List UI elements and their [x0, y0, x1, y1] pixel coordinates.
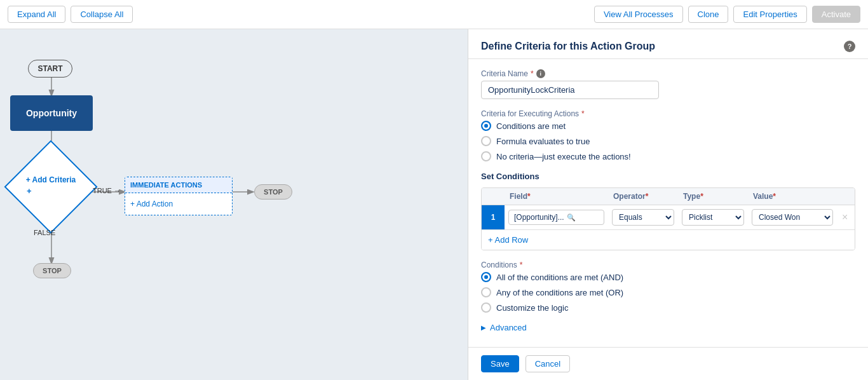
- conditions-required: *: [520, 261, 523, 269]
- toolbar-right: View All Processes Clone Edit Properties…: [594, 6, 860, 23]
- immediate-actions-header: IMMEDIATE ACTIONS: [125, 177, 232, 193]
- radio-conditions-met-circle: [481, 121, 491, 131]
- criteria-name-info-icon[interactable]: i: [536, 69, 545, 78]
- panel-footer: Save Cancel: [468, 347, 868, 380]
- conditions-radio-group: All of the conditions are met (AND) Any …: [481, 272, 855, 313]
- view-all-processes-button[interactable]: View All Processes: [594, 6, 683, 23]
- clone-button[interactable]: Clone: [688, 6, 729, 23]
- value-required: *: [773, 192, 776, 201]
- radio-conditions-met[interactable]: Conditions are met: [481, 121, 855, 131]
- operator-cell: Equals Not Equal To Greater Than Less Th…: [608, 207, 678, 228]
- operator-required: *: [646, 192, 649, 201]
- row-number: 1: [482, 205, 505, 229]
- edit-properties-button[interactable]: Edit Properties: [733, 6, 806, 23]
- operator-select[interactable]: Equals Not Equal To Greater Than Less Th…: [612, 209, 674, 226]
- radio-formula[interactable]: Formula evaluates to true: [481, 136, 855, 146]
- opportunity-node[interactable]: Opportunity: [10, 95, 93, 131]
- field-tag[interactable]: [Opportunity]... 🔍: [508, 210, 604, 225]
- stop-node-right: STOP: [254, 184, 292, 200]
- start-node: START: [28, 60, 72, 78]
- main-area: START Opportunity + + Add Criteria TRUE …: [0, 29, 868, 380]
- set-conditions-title: Set Conditions: [481, 172, 855, 181]
- radio-customize[interactable]: Customize the logic: [481, 302, 855, 313]
- true-label: TRUE →: [93, 187, 121, 194]
- right-panel: Define Criteria for this Action Group ? …: [468, 29, 868, 380]
- remove-row-button[interactable]: ×: [841, 212, 849, 222]
- field-required: *: [527, 192, 531, 201]
- expand-all-button[interactable]: Expand All: [8, 6, 65, 23]
- criteria-executing-label: Criteria for Executing Actions *: [481, 109, 855, 118]
- value-cell: Closed Won Closed Lost Open: [748, 207, 837, 228]
- radio-formula-circle: [481, 136, 491, 146]
- add-action-button[interactable]: + Add Action: [130, 198, 227, 210]
- col-field-header: Field*: [505, 188, 608, 205]
- start-label: START: [37, 64, 62, 73]
- criteria-executing-group: Criteria for Executing Actions * Conditi…: [481, 109, 855, 161]
- col-remove-header: [837, 188, 855, 205]
- panel-header: Define Criteria for this Action Group ?: [468, 29, 868, 59]
- help-icon[interactable]: ?: [844, 41, 855, 52]
- conditions-label: Conditions *: [481, 261, 855, 269]
- false-label: FALSE: [34, 229, 55, 236]
- panel-title: Define Criteria for this Action Group: [481, 41, 655, 52]
- col-num-header: [482, 188, 505, 205]
- type-select[interactable]: Picklist String Boolean: [682, 209, 744, 226]
- col-value-header: Value*: [748, 188, 837, 205]
- set-conditions-group: Set Conditions Field* Operator* Type*: [481, 172, 855, 250]
- radio-all-and-circle: [481, 272, 491, 282]
- remove-cell: ×: [837, 209, 855, 226]
- stop-node-bottom: STOP: [33, 263, 71, 278]
- criteria-name-required: *: [531, 69, 534, 78]
- criteria-executing-radio-group: Conditions are met Formula evaluates to …: [481, 121, 855, 161]
- field-cell: [Opportunity]... 🔍: [505, 207, 608, 227]
- add-row-button[interactable]: + Add Row: [482, 230, 855, 250]
- panel-body: Criteria Name * i Criteria for Executing…: [468, 59, 868, 347]
- chevron-right-icon: ▶: [481, 324, 486, 331]
- immediate-actions-body: + Add Action: [125, 193, 232, 215]
- conditions-table: Field* Operator* Type* Value*: [481, 187, 855, 250]
- value-select[interactable]: Closed Won Closed Lost Open: [752, 209, 833, 226]
- col-type-header: Type*: [678, 188, 748, 205]
- conditions-header: Field* Operator* Type* Value*: [482, 188, 855, 205]
- radio-any-or[interactable]: Any of the conditions are met (OR): [481, 287, 855, 297]
- opportunity-label: Opportunity: [26, 108, 77, 118]
- criteria-diamond[interactable]: [4, 140, 97, 233]
- search-icon: 🔍: [567, 214, 576, 222]
- criteria-name-input[interactable]: [481, 81, 659, 99]
- conditions-group: Conditions * All of the conditions are m…: [481, 261, 855, 313]
- toolbar: Expand All Collapse All View All Process…: [0, 0, 868, 29]
- criteria-name-group: Criteria Name * i: [481, 69, 855, 99]
- radio-no-criteria-circle: [481, 151, 491, 161]
- value-group: Closed Won Closed Lost Open: [752, 209, 833, 226]
- cancel-button[interactable]: Cancel: [526, 355, 570, 372]
- immediate-actions-node: IMMEDIATE ACTIONS + Add Action: [125, 177, 233, 215]
- advanced-section[interactable]: ▶ Advanced: [481, 323, 855, 332]
- canvas: START Opportunity + + Add Criteria TRUE …: [0, 29, 468, 380]
- radio-no-criteria[interactable]: No criteria—just execute the actions!: [481, 151, 855, 161]
- col-operator-header: Operator*: [608, 188, 678, 205]
- activate-button[interactable]: Activate: [812, 6, 860, 23]
- type-cell: Picklist String Boolean: [678, 207, 748, 228]
- radio-customize-circle: [481, 302, 491, 313]
- collapse-all-button[interactable]: Collapse All: [71, 6, 133, 23]
- criteria-name-label: Criteria Name * i: [481, 69, 855, 78]
- toolbar-left: Expand All Collapse All: [8, 6, 133, 23]
- table-row: 1 [Opportunity]... 🔍 Equals Not Equal To: [482, 205, 855, 230]
- radio-all-and[interactable]: All of the conditions are met (AND): [481, 272, 855, 282]
- type-required: *: [700, 192, 703, 201]
- criteria-executing-required: *: [581, 109, 585, 118]
- save-button[interactable]: Save: [481, 355, 519, 372]
- radio-any-or-circle: [481, 287, 491, 297]
